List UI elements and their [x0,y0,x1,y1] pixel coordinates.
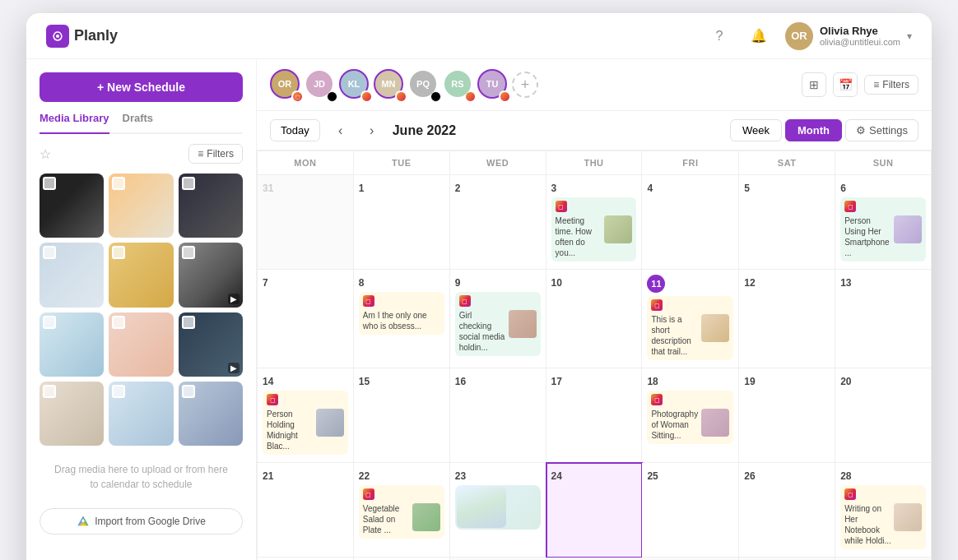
instagram-icon-e2: ◻ [844,201,856,212]
month-view-button[interactable]: Month [785,119,842,141]
cal-event-e10[interactable]: ◻ Writing on Her Notebook while Holdi... [840,485,926,549]
cal-event-e2[interactable]: ◻ Person Using Her Smartphone ... [840,197,926,261]
cal-event-e6[interactable]: ◻ Person Holding Midnight Blac... [263,391,348,455]
media-checkbox-4[interactable] [43,246,56,259]
today-button[interactable]: Today [270,119,320,141]
avatar-item-4[interactable]: MN ✓ [374,69,405,100]
grid-view-button[interactable]: ⊞ [802,72,826,97]
cal-settings-button[interactable]: ⚙ Settings [845,119,918,141]
week-view-button[interactable]: Week [730,119,782,141]
prev-month-button[interactable]: ‹ [330,120,351,141]
media-checkbox-10[interactable] [43,385,56,398]
cal-cell-w4-sat[interactable]: 26 [739,463,835,558]
main-layout: + New Schedule Media Library Drafts ☆ ≡ … [26,59,932,560]
avatar-row: OR ✓ ◻ JD KL [270,69,792,100]
media-checkbox-8[interactable] [112,316,125,329]
cal-cell-w1-tue[interactable]: 1 [354,175,450,270]
notifications-button[interactable]: 🔔 [746,23,772,49]
cal-cell-w3-fri[interactable]: 18 ◻ Photography of Woman Sitting... [642,368,739,463]
cal-cell-w4-thu[interactable]: 24 [546,463,643,558]
media-checkbox-9[interactable] [182,316,195,329]
top-nav-right: ? 🔔 OR Olivia Rhye olivia@untitleui.com … [706,22,912,50]
cal-cell-w4-wed[interactable]: 23 [450,463,546,558]
next-month-button[interactable]: › [361,120,383,141]
filter-button[interactable]: ≡ Filters [188,144,243,164]
media-thumb-10[interactable] [40,382,104,446]
event-image-e2 [894,215,922,243]
cal-cell-w4-tue[interactable]: 22 ◻ Vegetable Salad on Plate ... [354,463,450,558]
cal-cell-w1-thu[interactable]: 3 ◻ Meeting time. How often do you... [546,175,643,270]
media-thumb-1[interactable] [40,174,104,238]
media-thumb-2[interactable] [109,174,173,238]
cal-date-w1-mon: 31 [263,183,273,194]
settings-icon: ⚙ [856,124,866,137]
media-checkbox-12[interactable] [182,385,195,398]
help-button[interactable]: ? [706,23,732,49]
media-thumb-6[interactable]: ▶ [179,243,243,307]
cal-cell-w2-thu[interactable]: 10 [546,270,643,368]
media-checkbox-7[interactable] [43,316,56,329]
cal-event-e4[interactable]: ◻ Girl checking social media holdin... [455,292,541,356]
cal-cell-w1-wed[interactable]: 2 [450,175,546,270]
avatar-item-5[interactable]: PQ [408,69,439,100]
cal-event-e5[interactable]: ◻ This is a short description that trail… [647,296,733,360]
app-name: Planly [74,27,118,44]
cal-cell-w3-wed[interactable]: 16 [450,368,546,463]
cal-cell-w4-mon[interactable]: 21 [258,463,354,558]
cal-cell-w1-sun[interactable]: 6 ◻ Person Using Her Smartphone ... [835,175,932,270]
import-button[interactable]: Import from Google Drive [40,508,243,535]
media-thumb-5[interactable] [109,243,173,307]
cal-cell-w3-mon[interactable]: 14 ◻ Person Holding Midnight Blac... [258,368,354,463]
cal-cell-w2-sun[interactable]: 13 [835,270,932,368]
add-avatar-button[interactable]: + [512,72,538,98]
cal-cell-w1-mon[interactable]: 31 [258,175,354,270]
cal-date-w3-sat: 19 [744,376,755,387]
media-thumb-12[interactable] [179,382,243,446]
event-image-e6 [316,409,344,437]
cal-cell-w3-sun[interactable]: 20 [835,368,932,463]
media-thumb-11[interactable] [109,382,173,446]
user-dropdown[interactable]: OR Olivia Rhye olivia@untitleui.com ▾ [785,22,912,50]
cal-cell-w3-thu[interactable]: 17 [546,368,643,463]
cal-cell-w3-sat[interactable]: 19 [739,368,835,463]
cal-cell-w1-sat[interactable]: 5 [739,175,835,270]
avatar-item-3[interactable]: KL ✓ [339,69,370,100]
media-thumb-9[interactable]: ▶ [179,312,243,377]
media-checkbox-6[interactable] [182,246,195,259]
cal-cell-w2-mon[interactable]: 7 [258,270,354,368]
media-checkbox-3[interactable] [182,177,195,190]
media-thumb-8[interactable] [109,312,173,377]
media-thumb-7[interactable] [40,312,104,377]
media-thumb-4[interactable] [40,243,104,307]
media-thumb-3[interactable] [179,174,243,238]
cal-cell-w1-fri[interactable]: 4 [642,175,739,270]
cal-cell-w2-tue[interactable]: 8 ◻ Am I the only one who is obsess... [354,270,450,368]
tab-drafts[interactable]: Drafts [123,112,154,127]
cal-cell-w2-sat[interactable]: 12 [739,270,835,368]
cal-event-e8[interactable]: ◻ Vegetable Salad on Plate ... [359,485,444,539]
cal-cell-w4-fri[interactable]: 25 [642,463,739,558]
media-checkbox-11[interactable] [112,385,125,398]
avatar-item-6[interactable]: RS [443,69,474,100]
cal-filter-button[interactable]: ≡ Filters [864,75,918,95]
user-info: Olivia Rhye olivia@untitleui.com [820,25,900,47]
cal-event-e3[interactable]: ◻ Am I the only one who is obsess... [359,292,444,335]
cal-event-e1[interactable]: ◻ Meeting time. How often do you... [551,197,637,261]
avatar-item-2[interactable]: JD [305,69,336,100]
cal-cell-w4-sun[interactable]: 28 ◻ Writing on Her Notebook while Holdi… [835,463,932,558]
new-schedule-button[interactable]: + New Schedule [40,72,243,102]
media-checkbox-1[interactable] [43,177,56,190]
cal-cell-w2-fri[interactable]: 11 ◻ This is a short description that tr… [642,270,739,368]
avatar-item-7[interactable]: TU ✓ [477,69,509,100]
calendar-view-button[interactable]: 📅 [833,72,858,97]
cal-cell-w3-tue[interactable]: 15 [354,368,450,463]
avatar-item-1[interactable]: OR ✓ ◻ [270,69,301,100]
cal-event-e9[interactable] [455,485,541,530]
media-checkbox-5[interactable] [112,246,125,259]
cal-event-e7[interactable]: ◻ Photography of Woman Sitting... [647,391,733,444]
tab-media-library[interactable]: Media Library [40,112,109,134]
cal-cell-w2-wed[interactable]: 9 ◻ Girl checking social media holdin... [450,270,546,368]
media-checkbox-2[interactable] [112,177,125,190]
star-button[interactable]: ☆ [40,146,51,162]
cal-date-w3-thu: 17 [551,376,562,387]
